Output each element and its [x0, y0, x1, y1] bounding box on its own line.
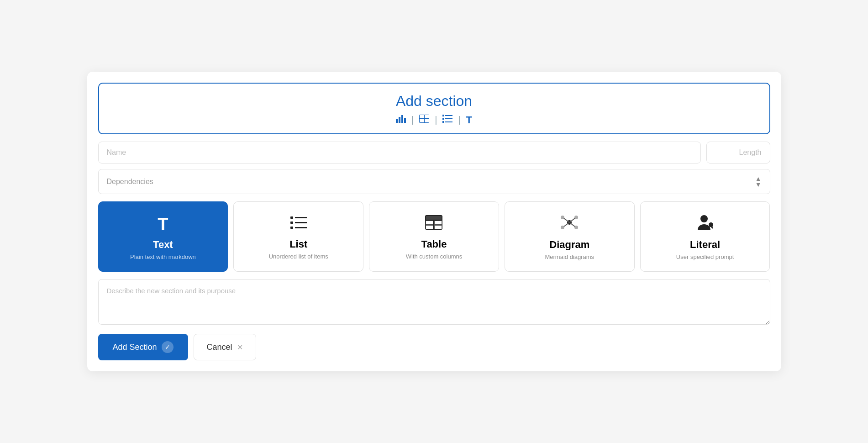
table-icon — [419, 115, 429, 125]
svg-rect-12 — [445, 118, 452, 119]
svg-rect-11 — [442, 118, 444, 120]
list-card-sub: Unordered list of items — [241, 253, 356, 260]
svg-rect-23 — [426, 216, 442, 220]
svg-rect-30 — [426, 226, 433, 229]
svg-rect-3 — [404, 118, 406, 123]
length-input[interactable] — [706, 142, 770, 163]
sep3: | — [458, 115, 460, 125]
svg-rect-9 — [442, 115, 444, 116]
svg-rect-13 — [442, 121, 444, 123]
literal-card-title: Literal — [648, 239, 763, 251]
sep1: | — [411, 115, 414, 125]
type-card-literal[interactable]: Literal User specified prompt — [640, 201, 770, 272]
svg-rect-5 — [420, 115, 424, 118]
text-card-sub: Plain text with markdown — [106, 253, 221, 260]
type-card-text[interactable]: T Text Plain text with markdown — [98, 201, 228, 272]
table-card-icon — [377, 215, 491, 234]
name-input[interactable] — [98, 142, 701, 163]
svg-rect-10 — [445, 115, 452, 116]
dependencies-label: Dependencies — [107, 178, 153, 186]
add-section-button[interactable]: Add Section ✓ — [98, 334, 188, 360]
svg-rect-18 — [295, 222, 307, 223]
svg-rect-15 — [290, 216, 293, 219]
sep2: | — [435, 115, 437, 125]
modal-header: Add section | | — [98, 83, 770, 134]
chart-icon — [396, 115, 406, 125]
type-cards-container: T Text Plain text with markdown List Uno… — [98, 201, 770, 272]
deps-arrows-icon: ▲▼ — [755, 176, 762, 187]
svg-rect-6 — [425, 115, 429, 118]
svg-rect-0 — [396, 119, 398, 123]
text-card-title: Text — [106, 239, 221, 251]
text-t-icon: T — [466, 114, 472, 126]
svg-rect-1 — [399, 117, 400, 123]
svg-rect-7 — [420, 119, 424, 122]
list-card-icon — [241, 215, 356, 234]
svg-rect-20 — [295, 227, 307, 228]
literal-card-sub: User specified prompt — [648, 253, 763, 260]
svg-rect-29 — [435, 221, 442, 224]
svg-point-42 — [709, 222, 713, 227]
text-card-icon: T — [106, 215, 221, 234]
name-length-row — [98, 142, 770, 163]
add-section-modal: Add section | | — [87, 72, 781, 371]
diagram-card-icon — [512, 215, 627, 234]
cancel-label: Cancel — [207, 343, 232, 352]
svg-rect-2 — [401, 115, 403, 123]
svg-point-41 — [700, 215, 708, 222]
svg-rect-28 — [426, 221, 433, 224]
literal-card-icon — [648, 215, 763, 234]
table-card-sub: With custom columns — [377, 253, 491, 260]
type-card-diagram[interactable]: Diagram Mermaid diagrams — [505, 201, 635, 272]
list-card-title: List — [241, 238, 356, 250]
svg-rect-17 — [290, 222, 293, 224]
svg-rect-8 — [425, 119, 429, 122]
diagram-card-title: Diagram — [512, 239, 627, 251]
svg-rect-16 — [295, 217, 307, 218]
footer-buttons: Add Section ✓ Cancel ✕ — [98, 334, 770, 360]
table-card-title: Table — [377, 238, 491, 250]
dependencies-select[interactable]: Dependencies ▲▼ — [98, 169, 770, 194]
check-icon: ✓ — [162, 341, 174, 353]
type-card-list[interactable]: List Unordered list of items — [233, 201, 363, 272]
cancel-x-icon: ✕ — [237, 343, 243, 352]
svg-rect-14 — [445, 121, 452, 122]
svg-rect-31 — [435, 226, 442, 229]
type-card-table[interactable]: Table With custom columns — [369, 201, 499, 272]
description-textarea[interactable] — [98, 279, 770, 325]
diagram-card-sub: Mermaid diagrams — [512, 253, 627, 260]
cancel-button[interactable]: Cancel ✕ — [194, 334, 256, 360]
icon-bar: | | — [110, 114, 758, 126]
svg-rect-19 — [290, 227, 293, 229]
list-icon — [442, 115, 452, 125]
add-section-label: Add Section — [113, 343, 157, 352]
modal-title: Add section — [110, 93, 758, 110]
